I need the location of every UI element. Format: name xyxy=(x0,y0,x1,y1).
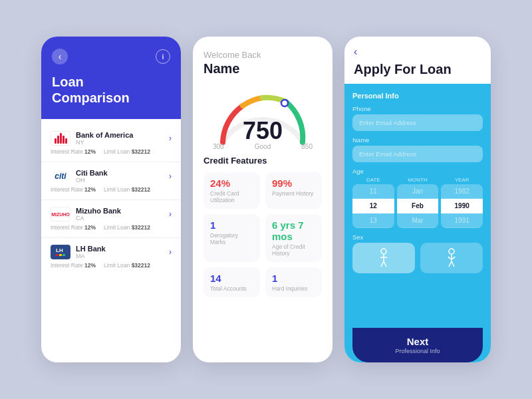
miz-arrow: › xyxy=(169,209,172,219)
credit-features-title: Credit Features xyxy=(203,156,322,166)
sex-row xyxy=(352,243,483,273)
age-section: Age DATE MONTH YEAR 11 12 13 Jan Feb M xyxy=(352,168,483,228)
feature-val-inquiries: 1 xyxy=(272,273,315,284)
date-cell-2[interactable]: 12 xyxy=(352,199,394,213)
citi-arrow: › xyxy=(169,172,172,181)
apply-loan-title: Apply For Loan xyxy=(354,62,481,77)
phone-label: Phone xyxy=(352,105,483,112)
bank-item-lh[interactable]: LH LH Bank MA xyxy=(41,238,181,275)
feature-val-derogatory: 1 xyxy=(210,219,253,231)
boa-logo xyxy=(51,131,70,146)
month-cell-3[interactable]: Mar xyxy=(397,213,439,228)
month-cell-2[interactable]: Feb xyxy=(397,199,439,213)
info-button[interactable]: i xyxy=(156,49,170,64)
card3-form: Personal Info Phone Name Age DATE MONTH … xyxy=(344,84,491,362)
lh-logo: LH xyxy=(51,245,70,259)
bank-state-boa: NY xyxy=(76,139,133,146)
credit-score-card: Welcome Back Name 300 Good 850 xyxy=(193,37,332,362)
feature-utilization: 24% Credit Card Utilization xyxy=(203,172,260,209)
feature-label-inquiries: Hard Inquiries xyxy=(272,285,315,292)
feature-label-age: Age of Credit History xyxy=(272,243,315,257)
date-col-label: DATE xyxy=(352,177,394,183)
card1-header-top: ‹ i xyxy=(52,49,170,65)
apply-back-button[interactable]: ‹ xyxy=(354,46,357,58)
card1-title: LoanComparison xyxy=(52,74,170,106)
name-input[interactable] xyxy=(352,146,483,162)
features-grid: 24% Credit Card Utilization 99% Payment … xyxy=(203,172,322,297)
svg-line-8 xyxy=(449,261,452,267)
month-cell-1[interactable]: Jan xyxy=(397,184,439,199)
apply-loan-card: ‹ Apply For Loan Personal Info Phone Nam… xyxy=(344,37,491,362)
lh-arrow: › xyxy=(169,247,172,257)
feature-val-age: 6 yrs 7 mos xyxy=(272,219,315,242)
date-cell-3[interactable]: 13 xyxy=(352,213,394,228)
feature-val-accounts: 14 xyxy=(210,273,253,284)
feature-label-payment: Payment History xyxy=(272,190,315,197)
svg-line-4 xyxy=(381,261,384,267)
age-label: Age xyxy=(352,168,483,175)
screen-container: ‹ i LoanComparison xyxy=(41,37,491,362)
miz-logo: MIZUHO xyxy=(51,207,70,221)
loan-comparison-card: ‹ i LoanComparison xyxy=(41,37,181,362)
card1-header: ‹ i LoanComparison xyxy=(41,37,181,119)
lh-interest: Interest Rate 12% xyxy=(51,262,96,269)
bank-item-citi[interactable]: citi Citi Bank OH › Interest Rate 12% Li… xyxy=(41,162,181,200)
feature-derogatory: 1 Derogatory Marks xyxy=(203,214,260,262)
feature-accounts: 14 Total Accounts xyxy=(203,267,260,297)
bank-state-citi: OH xyxy=(76,177,108,184)
sex-male-button[interactable] xyxy=(352,243,415,273)
bank-name-boa: Bank of America xyxy=(76,131,133,139)
name-label: Name xyxy=(352,136,483,144)
svg-line-5 xyxy=(384,261,386,267)
card3-top: ‹ Apply For Loan xyxy=(344,37,491,84)
bank-item-miz[interactable]: MIZUHO Mizuho Bank CA › Interest Rate 12… xyxy=(41,200,181,238)
svg-point-1 xyxy=(381,249,386,254)
gauge-max: 850 xyxy=(301,143,313,150)
age-cols: 11 12 13 Jan Feb Mar 1982 1990 1991 xyxy=(352,184,483,228)
next-btn-sub: Professional Info xyxy=(360,348,475,354)
miz-limit: Limit Loan $32212 xyxy=(104,224,150,231)
next-btn-label: Next xyxy=(360,336,475,347)
month-col[interactable]: Jan Feb Mar xyxy=(397,184,439,228)
section-personal-info: Personal Info xyxy=(352,92,483,100)
bank-state-miz: CA xyxy=(76,215,121,221)
bank-item-boa[interactable]: Bank of America NY › Interest Rate 12% L… xyxy=(41,124,181,162)
user-name: Name xyxy=(203,61,322,76)
feature-label-utilization: Credit Card Utilization xyxy=(210,190,253,203)
lh-limit: Limit Loan $32212 xyxy=(104,262,150,269)
sex-label: Sex xyxy=(352,233,483,241)
year-cell-1[interactable]: 1982 xyxy=(441,184,483,199)
female-icon xyxy=(445,248,458,268)
citi-logo: citi xyxy=(51,169,70,184)
feature-payment: 99% Payment History xyxy=(265,172,322,209)
bank-state-lh: MA xyxy=(76,253,106,259)
year-cell-3[interactable]: 1991 xyxy=(441,213,483,228)
svg-point-0 xyxy=(281,100,288,106)
date-col[interactable]: 11 12 13 xyxy=(352,184,394,228)
male-icon xyxy=(377,248,390,268)
boa-arrow: › xyxy=(169,134,172,143)
bank-list: Bank of America NY › Interest Rate 12% L… xyxy=(41,119,181,362)
date-cell-1[interactable]: 11 xyxy=(352,184,394,199)
year-col-label: YEAR xyxy=(441,177,483,183)
citi-interest: Interest Rate 12% xyxy=(51,186,96,193)
feature-val-utilization: 24% xyxy=(210,178,253,189)
year-cell-2[interactable]: 1990 xyxy=(441,199,483,213)
citi-limit: Limit Loan $32212 xyxy=(104,186,150,193)
svg-point-6 xyxy=(449,249,454,254)
year-col[interactable]: 1982 1990 1991 xyxy=(441,184,483,228)
next-button[interactable]: Next Professional Info xyxy=(352,328,483,362)
age-cols-header: DATE MONTH YEAR xyxy=(352,177,483,183)
bank-name-citi: Citi Bank xyxy=(76,169,108,177)
boa-limit: Limit Loan $32212 xyxy=(104,148,150,155)
boa-interest: Interest Rate 12% xyxy=(51,148,96,155)
gauge-min: 300 xyxy=(213,143,224,150)
credit-score-number: 750 xyxy=(243,117,283,145)
month-col-label: MONTH xyxy=(397,177,439,183)
svg-line-9 xyxy=(452,261,454,267)
welcome-text: Welcome Back xyxy=(203,50,322,60)
phone-input[interactable] xyxy=(352,114,483,131)
sex-female-button[interactable] xyxy=(420,243,483,273)
back-button[interactable]: ‹ xyxy=(52,49,68,65)
feature-label-accounts: Total Accounts xyxy=(210,285,253,292)
